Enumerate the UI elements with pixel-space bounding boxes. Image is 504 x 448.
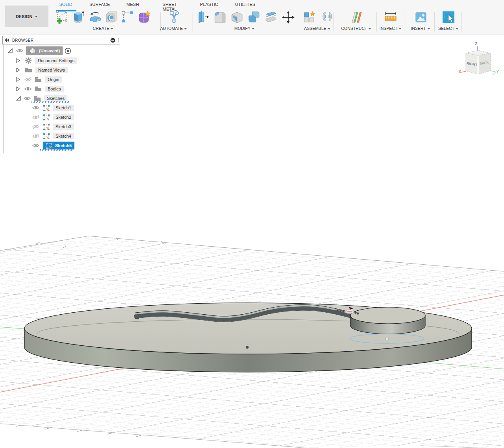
tree-row-sketch3[interactable]: Sketch3 [32, 123, 74, 131]
design-dropdown[interactable]: DESIGN [5, 6, 48, 27]
viewcube-top-face[interactable] [466, 50, 491, 55]
tree-row-origin[interactable]: Origin [16, 76, 62, 83]
collapsed-triangle-icon[interactable] [16, 77, 21, 82]
tree-label[interactable]: Named Views [35, 67, 68, 73]
browser-header[interactable]: BROWSER [2, 36, 120, 44]
tree-label[interactable]: Sketch4 [53, 133, 74, 139]
group-select-label: SELECT [438, 26, 454, 31]
panel-grip-icon[interactable] [118, 38, 119, 42]
tree-label[interactable]: Sketch1 [53, 105, 74, 111]
eye-hidden-icon[interactable] [24, 77, 32, 82]
revolve-icon[interactable] [88, 10, 102, 24]
tree-row-sketch4[interactable]: Sketch4 [32, 132, 74, 140]
viewcube[interactable]: RIGHT BACK Z X Y [458, 41, 499, 75]
chevron-down-icon [252, 28, 255, 29]
design-dropdown-label: DESIGN [16, 14, 32, 19]
toolbar-separator [193, 12, 193, 31]
tree-label[interactable]: Bodies [45, 86, 64, 92]
extrude-icon[interactable] [71, 10, 85, 24]
tree-row-document-settings[interactable]: Document Settings [16, 57, 77, 65]
joint-icon[interactable] [320, 10, 334, 24]
form-icon[interactable] [137, 10, 151, 24]
group-inspect-label: INSPECT [380, 26, 398, 31]
collapsed-triangle-icon[interactable] [16, 58, 21, 63]
eye-visible-icon[interactable] [16, 48, 24, 53]
activate-component-radio[interactable] [65, 48, 71, 54]
eye-visible-icon[interactable] [23, 96, 31, 101]
tab-mesh[interactable]: MESH [125, 2, 140, 8]
tree-row-root[interactable]: (Unsaved) [8, 47, 71, 55]
move-copy-icon[interactable] [281, 10, 295, 24]
expand-triangle-icon[interactable] [16, 96, 21, 101]
shell-icon[interactable] [230, 10, 244, 24]
new-component-icon[interactable] [302, 10, 317, 24]
folder-icon [25, 67, 32, 73]
tab-plastic[interactable]: PLASTIC [200, 2, 218, 8]
press-pull-icon[interactable] [196, 10, 210, 24]
document-chip[interactable]: (Unsaved) [26, 46, 63, 55]
group-automate-label: AUTOMATE [160, 26, 183, 31]
tab-surface[interactable]: SURFACE [88, 2, 111, 8]
tab-utilities[interactable]: UTILITIES [235, 2, 255, 8]
eye-visible-icon[interactable] [32, 105, 40, 111]
eye-hidden-icon[interactable] [32, 124, 40, 129]
expand-triangle-icon[interactable] [8, 48, 13, 53]
tree-row-named-views[interactable]: Named Views [16, 66, 68, 74]
tree-label[interactable]: Document Settings [35, 57, 77, 64]
browser-title: BROWSER [12, 38, 33, 42]
group-modify[interactable]: MODIFY [227, 26, 262, 31]
insert-image-icon[interactable] [414, 10, 428, 24]
measure-icon[interactable] [384, 10, 398, 24]
offset-plane-icon[interactable] [350, 10, 364, 24]
tree-row-sketch2[interactable]: Sketch2 [32, 113, 74, 121]
group-assemble[interactable]: ASSEMBLE [300, 26, 335, 31]
fillet-icon[interactable] [213, 10, 227, 24]
group-automate[interactable]: AUTOMATE [156, 26, 191, 31]
selected-sketch-chip[interactable]: Sketch5 [43, 142, 74, 149]
chevron-down-icon [184, 28, 187, 29]
group-assemble-label: ASSEMBLE [304, 26, 326, 31]
tree-label[interactable]: Sketch2 [53, 114, 74, 120]
folder-icon [33, 96, 41, 101]
tree-row-sketch1[interactable]: Sketch1 [32, 104, 74, 112]
folder-icon [34, 86, 42, 92]
group-construct[interactable]: CONSTRUCT [339, 26, 374, 31]
chevron-down-icon [368, 28, 371, 29]
group-select[interactable]: SELECT [431, 26, 466, 31]
eye-visible-icon[interactable] [24, 86, 32, 92]
combine-icon[interactable] [247, 10, 261, 24]
chevron-down-icon [110, 28, 113, 29]
tree-row-sketch5[interactable]: Sketch5 [32, 142, 74, 149]
tree-row-bodies[interactable]: Bodies [16, 85, 64, 93]
tab-sheet-metal[interactable]: SHEET METAL [156, 2, 183, 8]
sketch-icon [43, 133, 50, 139]
rectangular-pattern-icon[interactable] [120, 10, 135, 24]
sketch-icon [46, 142, 53, 149]
select-icon[interactable] [441, 10, 456, 24]
create-sketch-icon[interactable] [55, 10, 69, 24]
automate-icon[interactable] [167, 10, 181, 24]
tab-solid[interactable]: SOLID [55, 2, 76, 8]
split-body-icon[interactable] [264, 10, 278, 24]
remove-filter-icon[interactable] [110, 38, 115, 43]
drop-indicator-hatch [40, 149, 72, 151]
collapsed-triangle-icon[interactable] [16, 68, 21, 72]
collapsed-triangle-icon[interactable] [16, 87, 21, 91]
tree-label[interactable]: Sketch3 [53, 124, 74, 130]
main-toolbar: DESIGN SOLID SURFACE MESH SHEET METAL PL… [0, 0, 504, 35]
eye-hidden-icon[interactable] [32, 114, 40, 120]
viewcube-face-label-back[interactable]: BACK [479, 60, 489, 65]
viewcube-right-face[interactable] [466, 53, 478, 74]
collapse-panel-icon[interactable] [5, 38, 10, 42]
component-cube-icon [29, 47, 37, 54]
eye-hidden-icon[interactable] [32, 133, 40, 139]
group-create[interactable]: CREATE [85, 26, 121, 31]
eye-visible-icon[interactable] [32, 143, 40, 148]
x-axis-label: X [458, 69, 461, 74]
viewcube-face-label-right[interactable]: RIGHT [466, 61, 478, 67]
tree-label[interactable]: Origin [45, 76, 62, 83]
chevron-down-icon [427, 28, 430, 29]
viewcube-back-face[interactable] [478, 53, 491, 74]
viewcube-orbit-arc [491, 72, 496, 75]
hole-icon[interactable] [105, 10, 119, 24]
